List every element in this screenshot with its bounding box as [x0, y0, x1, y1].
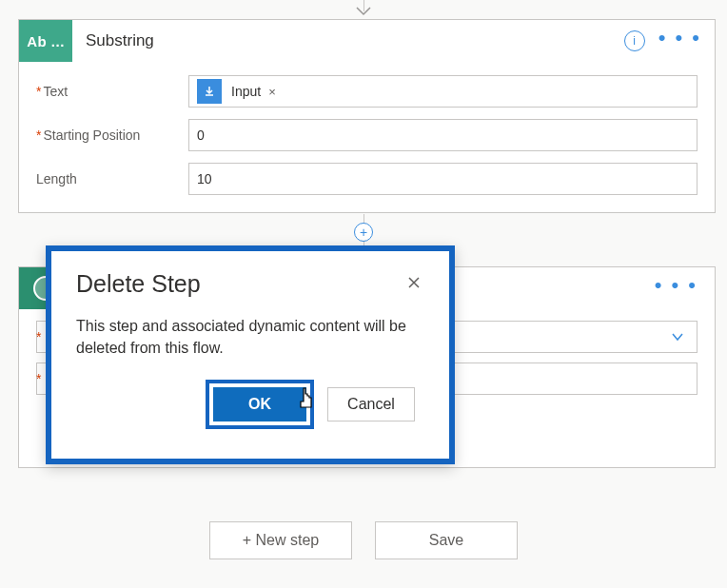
starting-position-input[interactable]: 0: [188, 119, 698, 151]
dialog-title: Delete Step: [76, 270, 201, 298]
more-menu-button[interactable]: • • •: [655, 273, 715, 304]
field-label-text: *Text: [36, 84, 188, 99]
cancel-button[interactable]: Cancel: [327, 387, 415, 421]
arrow-down-icon: [354, 6, 373, 17]
token-label: Input: [222, 84, 268, 99]
touch-icon: [197, 79, 222, 104]
action-card-header[interactable]: Ab ... Substring i • • •: [19, 20, 715, 62]
dialog-body-text: This step and associated dynamic content…: [76, 315, 424, 359]
close-icon[interactable]: [403, 270, 424, 298]
flow-canvas: Ab ... Substring i • • • *Text Input ×: [0, 0, 727, 588]
token-remove-icon[interactable]: ×: [268, 85, 282, 99]
required-mark: *: [36, 329, 41, 344]
length-input[interactable]: 10: [188, 163, 698, 195]
info-icon[interactable]: i: [624, 30, 645, 51]
ok-button-highlight: OK: [206, 380, 314, 429]
required-mark: *: [36, 371, 41, 386]
bottom-actions: + New step Save: [0, 521, 727, 559]
add-step-inline-button[interactable]: +: [354, 223, 373, 242]
save-button[interactable]: Save: [375, 521, 518, 559]
delete-step-dialog: Delete Step This step and associated dyn…: [46, 245, 455, 464]
dynamic-token[interactable]: Input ×: [197, 79, 282, 104]
action-card-body: *Text Input × *Starting Position 0 Lengt…: [19, 62, 715, 212]
action-title: Substring: [72, 31, 624, 50]
action-card-substring: Ab ... Substring i • • • *Text Input ×: [18, 19, 716, 213]
chevron-down-icon: [670, 329, 685, 344]
more-menu-button[interactable]: • • •: [658, 26, 715, 56]
ok-button[interactable]: OK: [213, 387, 306, 421]
text-field[interactable]: Input ×: [188, 75, 698, 108]
action-badge: Ab ...: [19, 20, 72, 62]
field-label-length: Length: [36, 171, 188, 186]
field-label-start: *Starting Position: [36, 127, 188, 143]
new-step-button[interactable]: + New step: [209, 521, 352, 559]
